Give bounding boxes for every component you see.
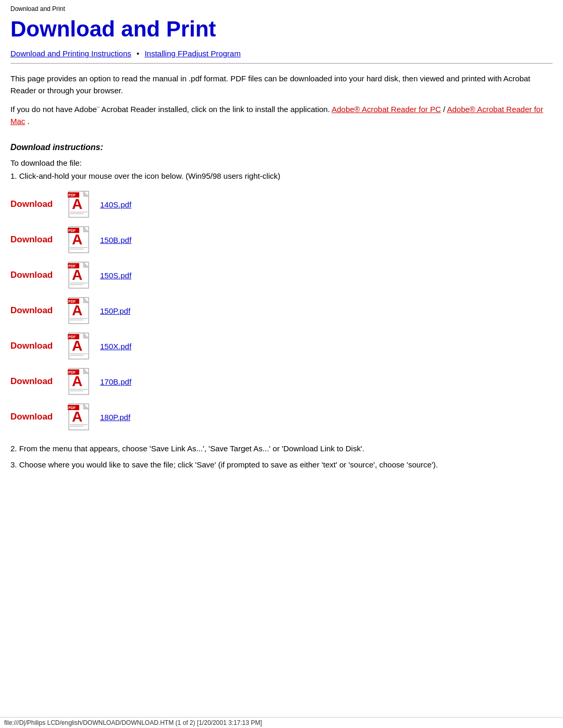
page-title: Download and Print [10, 17, 553, 42]
svg-text:A: A [72, 338, 82, 354]
pdf-icon: PDF A [68, 260, 95, 290]
svg-text:A: A [72, 373, 82, 389]
download-row: Download PDF A 150S.pdf [10, 258, 553, 292]
step1-text: 1. Click-and-hold your mouse over the ic… [10, 171, 553, 180]
acrobat-link-pc[interactable]: Adobe® Acrobat Reader for PC [332, 105, 441, 114]
download-label: Download [10, 412, 68, 422]
pdf-icon: PDF A [68, 402, 95, 432]
download-row: Download PDF A 180P.pdf [10, 400, 553, 434]
nav-link-fpadjust[interactable]: Installing FPadjust Program [144, 49, 240, 58]
pdf-file-link[interactable]: 140S.pdf [100, 200, 131, 209]
step2-text: 2. From the menu that appears, choose 'S… [10, 444, 553, 453]
download-label: Download [10, 305, 68, 316]
pdf-file-link[interactable]: 170B.pdf [100, 377, 131, 386]
svg-text:A: A [72, 409, 82, 425]
pdf-icon: PDF A [68, 331, 95, 361]
download-label: Download [10, 341, 68, 351]
pdf-file-link[interactable]: 180P.pdf [100, 413, 130, 422]
acrobat-text-before: If you do not have Adobe¨ Acrobat Reader… [10, 105, 330, 114]
pdf-file-link[interactable]: 150S.pdf [100, 271, 131, 280]
pdf-file-link[interactable]: 150X.pdf [100, 342, 131, 351]
intro-paragraph: This page provides an option to read the… [10, 73, 553, 96]
svg-text:A: A [72, 196, 82, 212]
download-label: Download [10, 235, 68, 245]
download-row: Download PDF A 150X.pdf [10, 329, 553, 363]
svg-text:A: A [72, 267, 82, 283]
step3-text: 3. Choose where you would like to save t… [10, 459, 553, 471]
svg-text:A: A [72, 231, 82, 248]
nav-separator: • [137, 49, 139, 58]
divider [10, 63, 553, 64]
pdf-icon: PDF A [68, 295, 95, 326]
download-row: Download PDF A 170B.pdf [10, 365, 553, 398]
acrobat-paragraph: If you do not have Adobe¨ Acrobat Reader… [10, 104, 553, 127]
pdf-file-link[interactable]: 150P.pdf [100, 306, 130, 315]
acrobat-text-after: . [28, 117, 30, 126]
to-download-text: To download the file: [10, 158, 553, 167]
pdf-file-link[interactable]: 150B.pdf [100, 236, 131, 244]
download-row: Download PDF A 150B.pdf [10, 223, 553, 256]
pdf-icon: PDF A [68, 366, 95, 397]
pdf-icon: PDF A [68, 225, 95, 255]
download-list: Download PDF A 140S.pdfDownload PDF A [10, 188, 553, 434]
nav-link-download-instructions[interactable]: Download and Printing Instructions [10, 49, 131, 58]
browser-title: Download and Print [10, 5, 553, 13]
download-row: Download PDF A 140S.pdf [10, 188, 553, 221]
download-label: Download [10, 270, 68, 280]
section-title: Download instructions: [10, 143, 553, 152]
download-label: Download [10, 199, 68, 209]
nav-links: Download and Printing Instructions • Ins… [10, 49, 553, 58]
download-label: Download [10, 376, 68, 387]
svg-text:A: A [72, 302, 82, 318]
pdf-icon: PDF A [68, 189, 95, 219]
download-row: Download PDF A 150P.pdf [10, 294, 553, 327]
